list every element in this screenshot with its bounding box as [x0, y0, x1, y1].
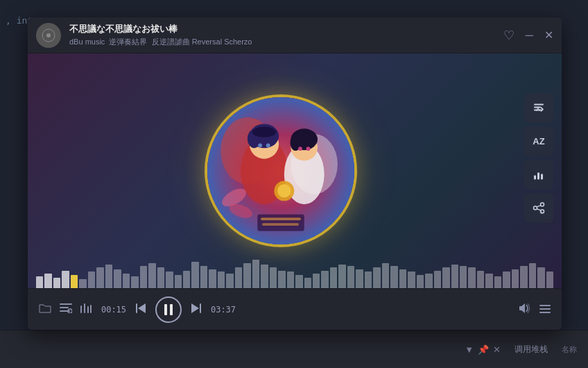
wave-bar[interactable]	[261, 265, 268, 288]
az-sort-button[interactable]: AZ	[524, 126, 553, 156]
wave-bar[interactable]	[62, 271, 69, 289]
wave-bar[interactable]	[235, 267, 242, 288]
wave-bar[interactable]	[425, 274, 432, 288]
wave-bar[interactable]	[460, 266, 467, 288]
wave-bar[interactable]	[417, 275, 424, 288]
svg-rect-31	[541, 174, 543, 179]
wave-bar[interactable]	[477, 271, 484, 289]
song-meta: dBu music 逆弾奏結界 反逆譜謔曲 Reversal Scherzo	[69, 37, 503, 47]
play-pause-button[interactable]	[155, 296, 182, 323]
wave-bar[interactable]	[157, 267, 164, 288]
wave-bar[interactable]	[399, 269, 406, 288]
wave-bar[interactable]	[356, 269, 363, 288]
svg-point-33	[534, 206, 537, 210]
album-art-ring	[205, 94, 357, 247]
svg-rect-25	[534, 103, 544, 105]
wave-bar[interactable]	[390, 266, 397, 288]
wave-bar[interactable]	[485, 274, 492, 288]
wave-bar[interactable]	[546, 271, 553, 288]
svg-rect-30	[537, 172, 539, 179]
share-button[interactable]	[524, 193, 553, 222]
wave-bar[interactable]	[295, 275, 302, 288]
player-window: 不思議な不思議なお祓い棒 dBu music 逆弾奏結界 反逆譜謔曲 Rever…	[28, 17, 562, 330]
wave-bar[interactable]	[382, 263, 389, 288]
wave-bar[interactable]	[218, 271, 225, 288]
wave-bar[interactable]	[79, 279, 86, 288]
wave-bar[interactable]	[96, 267, 103, 288]
equalizer-button[interactable]	[80, 303, 92, 315]
prev-button[interactable]	[136, 303, 147, 315]
wave-bar[interactable]	[408, 271, 415, 288]
wave-bar[interactable]	[148, 263, 155, 288]
wave-bar[interactable]	[442, 267, 449, 288]
wave-bar[interactable]	[512, 269, 519, 288]
wave-bar[interactable]	[278, 271, 285, 289]
wave-bar[interactable]	[175, 275, 182, 288]
menu-button[interactable]	[539, 304, 551, 315]
wave-bar[interactable]	[304, 278, 311, 288]
call-stack-label: 调用堆栈	[514, 344, 548, 356]
wave-bar[interactable]	[537, 267, 544, 288]
bottom-close-button[interactable]: ✕	[493, 344, 501, 355]
playlist-button[interactable]	[60, 303, 72, 315]
wave-bar[interactable]	[209, 269, 216, 288]
wave-bar[interactable]	[313, 274, 320, 288]
wave-bar[interactable]	[347, 266, 354, 288]
waveform[interactable]	[28, 226, 562, 288]
wave-bar[interactable]	[287, 271, 294, 288]
wave-bar[interactable]	[373, 267, 380, 288]
bottom-bar: ▼ 📌 ✕ 调用堆栈 名称	[0, 330, 588, 368]
wave-bar[interactable]	[123, 274, 130, 288]
lyrics-toggle-button[interactable]: A	[524, 93, 553, 122]
close-button[interactable]: ✕	[544, 30, 553, 41]
wave-bar[interactable]	[365, 271, 372, 288]
wave-bar[interactable]	[88, 271, 95, 288]
folder-button[interactable]	[39, 303, 51, 316]
wave-bar[interactable]	[191, 262, 198, 288]
wave-bar[interactable]	[36, 276, 43, 288]
album-art-inner	[207, 97, 354, 244]
wave-bar[interactable]	[131, 276, 138, 288]
wave-bar[interactable]	[44, 274, 51, 288]
wave-bar[interactable]	[520, 266, 527, 288]
wave-bar[interactable]	[468, 267, 475, 288]
minimize-button[interactable]: ─	[526, 30, 533, 41]
visualizer-button[interactable]	[524, 160, 553, 189]
wave-bar[interactable]	[183, 271, 190, 289]
wave-bar[interactable]	[105, 265, 112, 288]
wave-bar[interactable]	[338, 265, 345, 288]
wave-bar[interactable]	[200, 266, 207, 288]
volume-button[interactable]	[519, 303, 531, 315]
svg-point-10	[258, 143, 262, 147]
wave-bar[interactable]	[53, 278, 60, 288]
next-button[interactable]	[190, 303, 201, 315]
svg-rect-45	[80, 307, 92, 308]
dropdown-arrow-icon[interactable]: ▼	[465, 344, 474, 355]
svg-point-17	[306, 147, 311, 151]
wave-bar[interactable]	[451, 265, 458, 288]
time-total: 03:37	[209, 305, 237, 315]
wave-bar[interactable]	[330, 267, 337, 288]
svg-rect-52	[539, 312, 551, 313]
wave-bar[interactable]	[494, 276, 501, 288]
wave-bar[interactable]	[434, 271, 441, 289]
favorite-button[interactable]: ♡	[503, 29, 514, 42]
wave-bar[interactable]	[270, 267, 277, 288]
wave-bar[interactable]	[166, 271, 173, 288]
title-bar: 不思議な不思議なお祓い棒 dBu music 逆弾奏結界 反逆譜謔曲 Rever…	[28, 17, 562, 53]
wave-bar[interactable]	[243, 263, 250, 288]
wave-bar[interactable]	[114, 269, 121, 288]
album-art-container	[205, 94, 357, 247]
wave-bar[interactable]	[226, 274, 233, 288]
wave-bar[interactable]	[140, 266, 147, 288]
wave-bar[interactable]	[503, 271, 510, 288]
wave-bar[interactable]	[252, 260, 259, 288]
svg-rect-23	[261, 217, 301, 220]
wave-bar[interactable]	[529, 263, 536, 288]
pin-button[interactable]: 📌	[478, 344, 489, 355]
song-title: 不思議な不思議なお祓い棒	[69, 23, 503, 35]
right-controls	[519, 303, 551, 315]
svg-rect-38	[60, 307, 69, 308]
wave-bar[interactable]	[71, 275, 78, 288]
wave-bar[interactable]	[321, 271, 328, 289]
